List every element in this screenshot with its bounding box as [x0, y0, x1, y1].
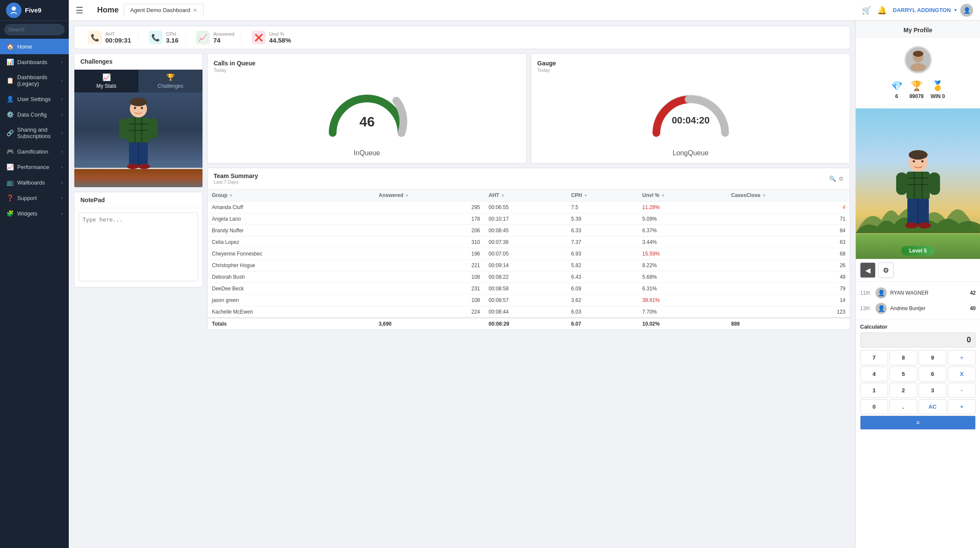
cell-name: Celia Lopez	[208, 237, 374, 248]
my-stats-label: My Stats	[96, 83, 116, 89]
cell-name: jason green	[208, 295, 374, 306]
col-group[interactable]: Group ▼	[208, 189, 374, 202]
left-column: Challenges 📈 My Stats 🏆 Challenges	[74, 53, 203, 330]
sidebar-item-data-config[interactable]: ⚙️ Data Config ›	[0, 107, 69, 122]
calls-in-queue-card: Calls in Queue Today	[207, 53, 527, 163]
trophy-icon: 🏆	[911, 80, 922, 92]
svg-rect-28	[896, 172, 907, 195]
col-unvl[interactable]: Unvl % ▼	[638, 189, 727, 202]
calc-btn-0[interactable]: 0	[860, 399, 888, 414]
stat-label-unvl: Unvl %	[269, 31, 291, 37]
cell-cases: 71	[727, 213, 850, 225]
chevron-icon: ›	[61, 60, 63, 65]
cart-icon[interactable]: 🛒	[862, 6, 871, 15]
calc-btn-5[interactable]: 5	[889, 366, 917, 382]
calc-btn-9[interactable]: 9	[919, 350, 946, 365]
gauge-subtitle: Today	[537, 68, 550, 73]
sidebar-item-support[interactable]: ❓ Support ›	[0, 190, 69, 206]
calculator-grid: 789÷456X123-0.AC+=	[860, 350, 976, 430]
cell-aht: 00:08:57	[484, 295, 567, 306]
calc-btn-8[interactable]: 8	[889, 350, 917, 365]
cell-cases: 84	[727, 225, 850, 237]
calc-btn-AC[interactable]: AC	[919, 399, 946, 414]
sidebar-item-dashboards-legacy[interactable]: 📋 Dashboards (Legacy) ›	[0, 70, 69, 91]
sidebar-item-widgets[interactable]: 🧩 Widgets ›	[0, 206, 69, 221]
toggle-panel-btn[interactable]: ◀	[860, 262, 876, 278]
cell-cases: 63	[727, 237, 850, 248]
tab-strip: Agent Demo Dashboard ✕	[124, 4, 857, 16]
nav-label-performance: Performance	[17, 164, 58, 170]
calc-btn--[interactable]: -	[948, 383, 976, 398]
team-summary-title: Team Summary	[214, 172, 258, 179]
lb-avatar: 👤	[876, 303, 887, 314]
stat-label-aht: AHT	[105, 31, 131, 37]
table-row: DeeDee Beck 231 00:08:58 6.09 6.31% 79	[208, 283, 850, 295]
calc-btn-7[interactable]: 7	[860, 350, 888, 365]
cell-cases: 49	[727, 271, 850, 283]
stat-item-answered: 📈 Answered 74	[189, 31, 242, 44]
nav-label-user-settings: User Settings	[17, 96, 58, 102]
close-tab-icon[interactable]: ✕	[193, 7, 197, 13]
calc-btn-3[interactable]: 3	[919, 383, 946, 398]
sidebar-item-user-settings[interactable]: 👤 User Settings ›	[0, 91, 69, 107]
sidebar-item-dashboards[interactable]: 📊 Dashboards ›	[0, 54, 69, 70]
svg-point-22	[909, 150, 928, 160]
calc-btn-1[interactable]: 1	[860, 383, 888, 398]
cell-cph: 6.03	[567, 306, 638, 318]
col-answered[interactable]: Answered ▼	[374, 189, 484, 202]
svg-point-12	[127, 164, 139, 169]
cell-cases: 26	[727, 260, 850, 271]
calls-in-queue-label: InQueue	[354, 149, 380, 157]
cell-name: Brandy Nuffer	[208, 225, 374, 237]
svg-text:46: 46	[359, 114, 375, 129]
challenges-label: Challenges	[157, 83, 183, 89]
nav-icon-widgets: 🧩	[6, 210, 14, 217]
calls-in-queue-subtitle: Today	[214, 68, 226, 73]
cell-answered: 221	[374, 260, 484, 271]
col-aht[interactable]: AHT ▼	[484, 189, 567, 202]
hamburger-menu[interactable]: ☰	[76, 5, 83, 15]
challenges-card: Challenges 📈 My Stats 🏆 Challenges	[74, 53, 203, 188]
search-input[interactable]	[4, 24, 64, 35]
profile-stats-row: 💎 6 🏆 89078 🥇 WIN 0	[887, 77, 949, 105]
sidebar-item-wallboards[interactable]: 📺 Wallboards ›	[0, 175, 69, 190]
calc-btn-div[interactable]: ÷	[948, 350, 976, 365]
team-table-foot: Totals 3,690 00:08:29 6.07 10.02% 889	[208, 318, 850, 329]
cell-aht: 00:08:58	[484, 283, 567, 295]
tab-agent-demo[interactable]: Agent Demo Dashboard ✕	[124, 4, 203, 16]
settings-panel-btn[interactable]: ⚙	[878, 262, 894, 278]
stat-item-unvl: ❌ Unvl % 44.58%	[245, 31, 298, 44]
sidebar-item-home[interactable]: 🏠 Home	[0, 39, 69, 54]
tab-my-stats[interactable]: 📈 My Stats	[74, 70, 138, 92]
avatar-area: -- -- WON -- -- -- COINS WON -- --	[74, 92, 202, 187]
sidebar-item-sharing-subscriptions[interactable]: 🔗 Sharing and Subscriptions ›	[0, 122, 69, 144]
scene-avatar-figure	[890, 149, 946, 235]
calc-btn-+[interactable]: +	[948, 399, 976, 414]
stat-icon-cph: 📞	[149, 31, 162, 44]
calc-btn-6[interactable]: 6	[919, 366, 946, 382]
calc-btn-X[interactable]: X	[948, 366, 976, 382]
calc-btn-4[interactable]: 4	[860, 366, 888, 382]
leaderboard-row: 13th 👤 Andrew Buntjer 40	[860, 301, 976, 316]
sidebar-item-gamification[interactable]: 🎮 Gamification ›	[0, 144, 69, 159]
col-cph[interactable]: CPH ▼	[567, 189, 638, 202]
bell-icon[interactable]: 🔔	[877, 6, 887, 15]
svg-point-33	[918, 222, 931, 228]
search-icon[interactable]: 🔍	[829, 175, 836, 182]
team-summary-card: Team Summary Last 7 Days 🔍 ⚙	[207, 168, 850, 330]
col-cases[interactable]: CasesClose ▼	[727, 189, 850, 202]
cell-cph: 3.62	[567, 295, 638, 306]
calc-btn-.[interactable]: .	[889, 399, 917, 414]
svg-point-35	[921, 160, 923, 163]
calc-btn-eq[interactable]: =	[860, 416, 976, 430]
stat-value-answered: 74	[213, 37, 234, 44]
calc-btn-2[interactable]: 2	[889, 383, 917, 398]
cell-unvl: 8.22%	[638, 260, 727, 271]
svg-point-2	[130, 98, 147, 106]
user-badge[interactable]: DARRYL ADDINGTON ▼ 👤	[893, 4, 973, 17]
cell-answered: 310	[374, 237, 484, 248]
notepad-textarea[interactable]	[79, 212, 198, 281]
sidebar-item-performance[interactable]: 📈 Performance ›	[0, 159, 69, 175]
tab-challenges[interactable]: 🏆 Challenges	[138, 70, 202, 92]
settings-icon[interactable]: ⚙	[839, 175, 844, 182]
